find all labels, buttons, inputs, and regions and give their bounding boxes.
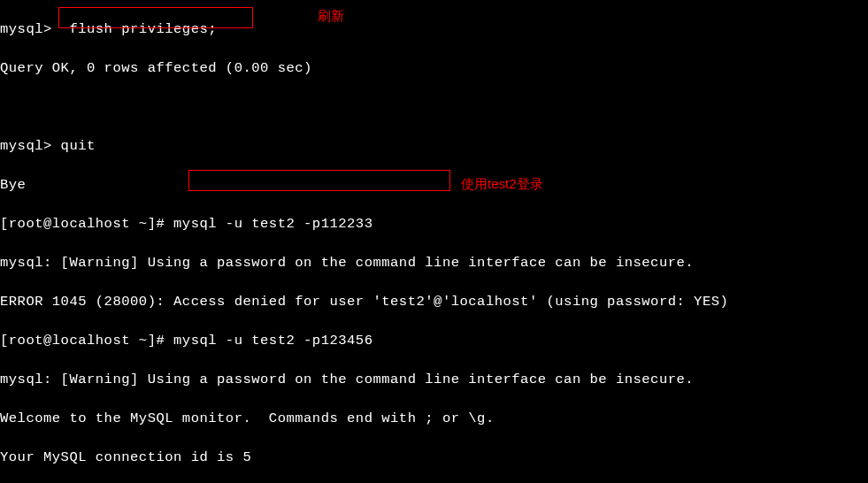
terminal-output[interactable]: mysql> flush privileges; Query OK, 0 row… xyxy=(0,0,728,483)
terminal-line: Bye xyxy=(0,175,728,195)
terminal-line: ERROR 1045 (28000): Access denied for us… xyxy=(0,292,728,311)
terminal-line: mysql> flush privileges; xyxy=(0,19,728,39)
terminal-line: mysql: [Warning] Using a password on the… xyxy=(0,370,728,389)
terminal-line: [root@localhost ~]# mysql -u test2 -p123… xyxy=(0,331,728,350)
terminal-line: Your MySQL connection id is 5 xyxy=(0,448,728,467)
terminal-line xyxy=(0,97,728,117)
terminal-line: mysql: [Warning] Using a password on the… xyxy=(0,253,728,272)
terminal-line: [root@localhost ~]# mysql -u test2 -p112… xyxy=(0,214,728,234)
terminal-line: Query OK, 0 rows affected (0.00 sec) xyxy=(0,58,728,78)
annotation-login: 使用test2登录 xyxy=(461,174,543,194)
annotation-flush: 刷新 xyxy=(318,6,344,26)
terminal-line: Welcome to the MySQL monitor. Commands e… xyxy=(0,409,728,428)
terminal-line: mysql> quit xyxy=(0,136,728,156)
